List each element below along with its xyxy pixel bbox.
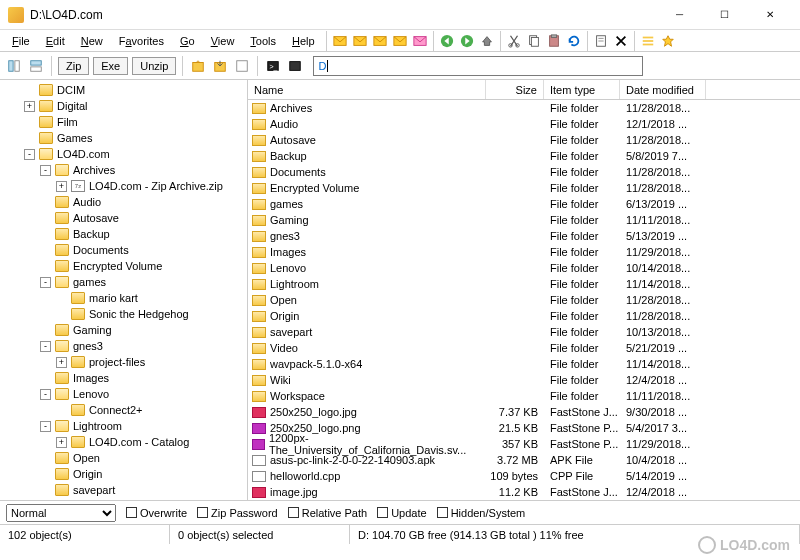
exe-button[interactable]: Exe [93,57,128,75]
tree-node[interactable]: -Archives [0,162,247,178]
col-date[interactable]: Date modified [620,80,706,99]
file-row[interactable]: DocumentsFile folder11/28/2018... [248,164,800,180]
unzip-button[interactable]: Unzip [132,57,176,75]
tree-node[interactable]: -Lenovo [0,386,247,402]
favorites-icon[interactable] [658,31,678,51]
expand-icon[interactable]: + [56,437,67,448]
file-row[interactable]: helloworld.cpp109 bytesCPP File5/14/2019… [248,468,800,484]
tree-node[interactable]: Documents [0,242,247,258]
file-row[interactable]: 1200px-The_University_of_California_Davi… [248,436,800,452]
tree-node[interactable]: mario kart [0,290,247,306]
delete-icon[interactable] [611,31,631,51]
terminal-icon[interactable]: >_ [263,56,283,76]
tree-node[interactable]: Origin [0,466,247,482]
file-row[interactable]: savepartFile folder10/13/2018... [248,324,800,340]
close-button[interactable]: ✕ [747,1,792,29]
tree-node[interactable]: Encrypted Volume [0,258,247,274]
tree-node[interactable]: Open [0,450,247,466]
file-row[interactable]: AudioFile folder12/1/2018 ... [248,116,800,132]
col-type[interactable]: Item type [544,80,620,99]
file-row[interactable]: Encrypted VolumeFile folder11/28/2018... [248,180,800,196]
forward-icon[interactable] [457,31,477,51]
zip-button[interactable]: Zip [58,57,89,75]
col-name[interactable]: Name [248,80,486,99]
archive-extract-icon[interactable] [210,56,230,76]
mode-select[interactable]: Normal [6,504,116,522]
menu-go[interactable]: Go [172,33,203,49]
expand-icon[interactable]: + [24,101,35,112]
file-row[interactable]: wavpack-5.1.0-x64File folder11/14/2018..… [248,356,800,372]
tree-node[interactable]: Audio [0,194,247,210]
mail-icon-4[interactable] [390,31,410,51]
collapse-icon[interactable]: - [40,341,51,352]
tree-node[interactable]: +Digital [0,98,247,114]
tree-node[interactable]: Games [0,130,247,146]
tree-node[interactable]: -LO4D.com [0,146,247,162]
minimize-button[interactable]: ─ [657,1,702,29]
tree-node[interactable]: +LO4D.com - Catalog [0,434,247,450]
tree-node[interactable]: Autosave [0,210,247,226]
up-icon[interactable] [477,31,497,51]
tree-node[interactable]: Video [0,498,247,500]
collapse-icon[interactable]: - [24,149,35,160]
dos-icon[interactable] [285,56,305,76]
file-row[interactable]: VideoFile folder5/21/2019 ... [248,340,800,356]
file-row[interactable]: WikiFile folder12/4/2018 ... [248,372,800,388]
back-icon[interactable] [437,31,457,51]
expand-icon[interactable]: + [56,181,67,192]
refresh-icon[interactable] [564,31,584,51]
file-row[interactable]: gnes3File folder5/13/2019 ... [248,228,800,244]
menu-favorites[interactable]: Favorites [111,33,172,49]
properties-icon[interactable] [591,31,611,51]
file-row[interactable]: BackupFile folder5/8/2019 7... [248,148,800,164]
pane-layout-1-icon[interactable] [4,56,24,76]
menu-file[interactable]: File [4,33,38,49]
file-row[interactable]: GamingFile folder11/11/2018... [248,212,800,228]
file-row[interactable]: LenovoFile folder10/14/2018... [248,260,800,276]
file-row[interactable]: AutosaveFile folder11/28/2018... [248,132,800,148]
mail-icon-3[interactable] [370,31,390,51]
copy-icon[interactable] [524,31,544,51]
folder-tree[interactable]: DCIM+DigitalFilmGames-LO4D.com-Archives+… [0,80,248,500]
tree-node[interactable]: Backup [0,226,247,242]
tree-node[interactable]: +7zLO4D.com - Zip Archive.zip [0,178,247,194]
file-row[interactable]: ImagesFile folder11/29/2018... [248,244,800,260]
file-row[interactable]: ArchivesFile folder11/28/2018... [248,100,800,116]
collapse-icon[interactable]: - [40,421,51,432]
zip-password-checkbox[interactable]: Zip Password [197,507,278,519]
tree-node[interactable]: Images [0,370,247,386]
tree-node[interactable]: Gaming [0,322,247,338]
archive-add-icon[interactable] [188,56,208,76]
tree-node[interactable]: -gnes3 [0,338,247,354]
collapse-icon[interactable]: - [40,165,51,176]
file-row[interactable]: 250x250_logo.jpg7.37 KBFastStone J...9/3… [248,404,800,420]
file-row[interactable]: LightroomFile folder11/14/2018... [248,276,800,292]
cut-icon[interactable] [504,31,524,51]
paste-icon[interactable] [544,31,564,51]
menu-help[interactable]: Help [284,33,323,49]
tree-node[interactable]: Sonic the Hedgehog [0,306,247,322]
file-row[interactable]: OpenFile folder11/28/2018... [248,292,800,308]
tree-node[interactable]: DCIM [0,82,247,98]
relative-path-checkbox[interactable]: Relative Path [288,507,367,519]
menu-new[interactable]: New [73,33,111,49]
view-list-icon[interactable] [638,31,658,51]
address-input[interactable]: D [313,56,643,76]
pane-layout-2-icon[interactable] [26,56,46,76]
mail-icon-1[interactable] [330,31,350,51]
update-checkbox[interactable]: Update [377,507,426,519]
menu-view[interactable]: View [203,33,243,49]
mail-icon-5[interactable] [410,31,430,51]
collapse-icon[interactable]: - [40,277,51,288]
tree-node[interactable]: savepart [0,482,247,498]
maximize-button[interactable]: ☐ [702,1,747,29]
file-list[interactable]: Name Size Item type Date modified Archiv… [248,80,800,500]
tree-node[interactable]: -games [0,274,247,290]
file-row[interactable]: gamesFile folder6/13/2019 ... [248,196,800,212]
overwrite-checkbox[interactable]: Overwrite [126,507,187,519]
tree-node[interactable]: Connect2+ [0,402,247,418]
collapse-icon[interactable]: - [40,389,51,400]
file-row[interactable]: WorkspaceFile folder11/11/2018... [248,388,800,404]
expand-icon[interactable]: + [56,357,67,368]
col-size[interactable]: Size [486,80,544,99]
